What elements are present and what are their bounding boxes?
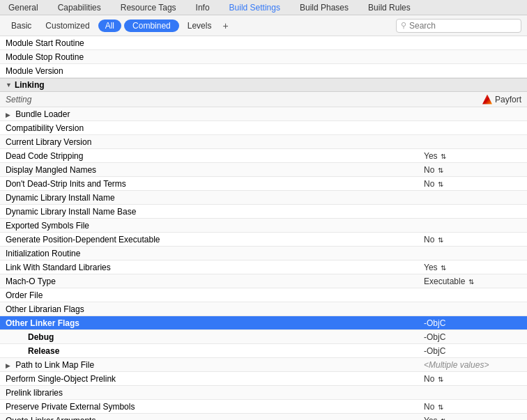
toolbar: Basic Customized All Combined Levels + ⚲ bbox=[0, 15, 527, 36]
list-item: Module Stop Routine bbox=[0, 50, 527, 64]
dont-dead-strip-value[interactable]: No ⇅ bbox=[424, 179, 521, 189]
quote-linker-label: Quote Linker Arguments bbox=[6, 416, 424, 421]
nav-build-rules[interactable]: Build Rules bbox=[365, 1, 413, 14]
quote-linker-value[interactable]: Yes ⇅ bbox=[424, 416, 521, 421]
list-item: Dynamic Library Install Name bbox=[0, 191, 527, 205]
nav-info[interactable]: Info bbox=[193, 1, 213, 14]
list-item: Initialization Routine bbox=[0, 247, 527, 260]
column-headers: Setting Payfort bbox=[0, 92, 527, 107]
dead-code-value[interactable]: Yes ⇅ bbox=[424, 151, 521, 161]
path-link-map-label: ▶ Path to Link Map File bbox=[6, 360, 424, 370]
list-item: Prelink libraries bbox=[0, 386, 527, 400]
list-item: ▶ Path to Link Map File <Multiple values… bbox=[0, 358, 527, 372]
stepper-icon[interactable]: ⇅ bbox=[436, 375, 443, 383]
release-row: Release -ObjC bbox=[0, 344, 527, 358]
nav-general[interactable]: General bbox=[6, 1, 41, 14]
nav-build-phases[interactable]: Build Phases bbox=[297, 1, 351, 14]
all-button[interactable]: All bbox=[98, 20, 121, 32]
list-item: Dead Code Stripping Yes ⇅ bbox=[0, 149, 527, 163]
order-file-label: Order File bbox=[6, 290, 424, 300]
list-item: Module Version bbox=[0, 64, 527, 78]
perform-single-obj-label: Perform Single-Object Prelink bbox=[6, 374, 424, 384]
expand-triangle-icon: ▶ bbox=[6, 362, 10, 369]
customized-button[interactable]: Customized bbox=[40, 20, 95, 32]
dylib-install-name-base-label: Dynamic Library Install Name Base bbox=[6, 207, 424, 217]
gen-position-dep-value[interactable]: No ⇅ bbox=[424, 235, 521, 244]
module-stop-routine-label: Module Stop Routine bbox=[6, 52, 424, 62]
display-mangled-value[interactable]: No ⇅ bbox=[424, 165, 521, 175]
dont-dead-strip-label: Don't Dead-Strip Inits and Terms bbox=[6, 179, 424, 189]
list-item: Generate Position-Dependent Executable N… bbox=[0, 233, 527, 247]
list-item: Preserve Private External Symbols No ⇅ bbox=[0, 400, 527, 414]
init-routine-label: Initialization Routine bbox=[6, 249, 424, 258]
top-nav: General Capabilities Resource Tags Info … bbox=[0, 0, 527, 15]
debug-label: Debug bbox=[28, 332, 424, 342]
list-item: Other Librarian Flags bbox=[0, 302, 527, 316]
list-item: Dynamic Library Install Name Base bbox=[0, 205, 527, 219]
release-value: -ObjC bbox=[424, 346, 521, 356]
link-standard-libs-label: Link With Standard Libraries bbox=[6, 263, 424, 272]
other-linker-flags-label: Other Linker Flags bbox=[6, 318, 424, 328]
list-item: ▶ Bundle Loader bbox=[0, 107, 527, 121]
display-mangled-label: Display Mangled Names bbox=[6, 165, 424, 175]
prelink-libraries-label: Prelink libraries bbox=[6, 388, 424, 398]
dead-code-label: Dead Code Stripping bbox=[6, 151, 424, 161]
payfort-icon bbox=[482, 95, 492, 104]
compat-version-label: Compatibility Version bbox=[6, 123, 424, 133]
levels-button[interactable]: Levels bbox=[182, 20, 217, 32]
nav-resource-tags[interactable]: Resource Tags bbox=[118, 1, 179, 14]
stepper-icon[interactable]: ⇅ bbox=[436, 403, 443, 411]
mach-o-type-label: Mach-O Type bbox=[6, 277, 424, 286]
other-linker-flags-value: -ObjC bbox=[424, 318, 521, 328]
linking-section-header[interactable]: ▼ Linking bbox=[0, 78, 527, 92]
stepper-icon[interactable]: ⇅ bbox=[439, 153, 447, 160]
payfort-col-header: Payfort bbox=[482, 95, 521, 104]
list-item: Quote Linker Arguments Yes ⇅ bbox=[0, 414, 527, 420]
dylib-install-name-label: Dynamic Library Install Name bbox=[6, 193, 424, 203]
release-label: Release bbox=[28, 346, 424, 356]
perform-single-obj-value[interactable]: No ⇅ bbox=[424, 374, 521, 384]
bundle-loader-label: ▶ Bundle Loader bbox=[6, 109, 424, 119]
basic-button[interactable]: Basic bbox=[6, 20, 37, 32]
list-item: Exported Symbols File bbox=[0, 219, 527, 233]
debug-row: Debug -ObjC bbox=[0, 330, 527, 344]
list-item: Mach-O Type Executable ⇅ bbox=[0, 274, 527, 288]
current-lib-version-label: Current Library Version bbox=[6, 137, 424, 147]
stepper-icon[interactable]: ⇅ bbox=[439, 264, 447, 272]
link-standard-libs-value[interactable]: Yes ⇅ bbox=[424, 263, 521, 272]
module-rows-section: Module Start Routine Module Stop Routine… bbox=[0, 36, 527, 78]
setting-col-header: Setting bbox=[6, 95, 482, 104]
exported-symbols-label: Exported Symbols File bbox=[6, 221, 424, 231]
search-icon: ⚲ bbox=[401, 21, 406, 30]
nav-capabilities[interactable]: Capabilities bbox=[55, 1, 104, 14]
expand-triangle-icon: ▶ bbox=[6, 111, 10, 118]
module-start-routine-label: Module Start Routine bbox=[6, 38, 424, 48]
list-item: Perform Single-Object Prelink No ⇅ bbox=[0, 372, 527, 386]
linking-section-label: Linking bbox=[15, 80, 45, 90]
module-version-label: Module Version bbox=[6, 66, 424, 76]
preserve-private-value[interactable]: No ⇅ bbox=[424, 402, 521, 412]
list-item: Display Mangled Names No ⇅ bbox=[0, 163, 527, 177]
stepper-icon[interactable]: ⇅ bbox=[436, 236, 443, 244]
search-input[interactable] bbox=[409, 21, 507, 31]
list-item: Module Start Routine bbox=[0, 36, 527, 50]
content-area: Module Start Routine Module Stop Routine… bbox=[0, 36, 527, 420]
nav-build-settings[interactable]: Build Settings bbox=[227, 1, 283, 14]
other-linker-flags-row[interactable]: Other Linker Flags -ObjC bbox=[0, 316, 527, 330]
list-item: Current Library Version bbox=[0, 135, 527, 149]
list-item: Don't Dead-Strip Inits and Terms No ⇅ bbox=[0, 177, 527, 191]
search-box[interactable]: ⚲ bbox=[396, 19, 521, 33]
list-item: Order File bbox=[0, 288, 527, 302]
collapse-triangle-icon: ▼ bbox=[6, 81, 12, 88]
mach-o-type-value[interactable]: Executable ⇅ bbox=[424, 277, 521, 286]
stepper-icon[interactable]: ⇅ bbox=[466, 278, 474, 286]
other-librarian-flags-label: Other Librarian Flags bbox=[6, 304, 424, 314]
list-item: Compatibility Version bbox=[0, 121, 527, 135]
stepper-icon[interactable]: ⇅ bbox=[439, 417, 447, 421]
payfort-label: Payfort bbox=[495, 95, 521, 104]
combined-button[interactable]: Combined bbox=[124, 20, 179, 32]
path-link-map-value: <Multiple values> bbox=[424, 360, 521, 370]
add-setting-button[interactable]: + bbox=[220, 20, 231, 31]
stepper-icon[interactable]: ⇅ bbox=[436, 166, 443, 174]
stepper-icon[interactable]: ⇅ bbox=[436, 180, 443, 188]
